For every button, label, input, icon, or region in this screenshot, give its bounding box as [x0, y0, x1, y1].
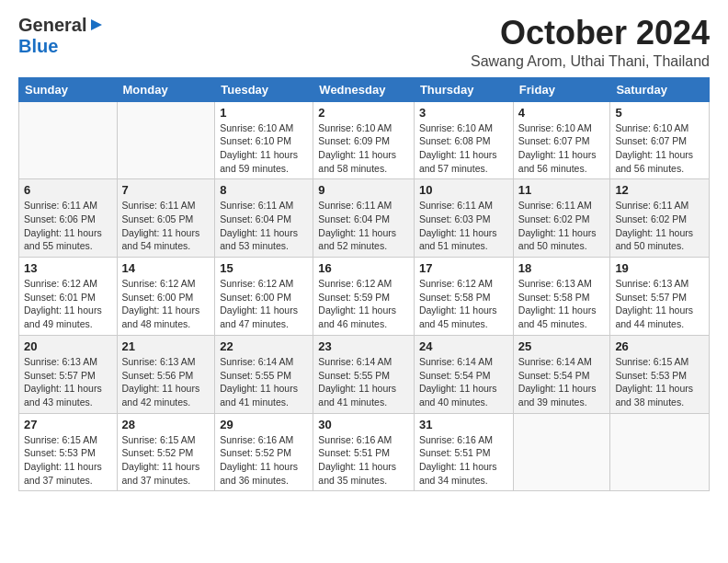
cell-content-line: Sunset: 6:04 PM [318, 213, 409, 226]
cell-content-line: Sunset: 6:00 PM [122, 291, 210, 304]
cell-content-line: Daylight: 11 hours and 37 minutes. [24, 460, 112, 487]
cell-content-line: Daylight: 11 hours and 50 minutes. [518, 226, 606, 253]
day-number: 23 [318, 339, 409, 353]
calendar-cell: 6Sunrise: 6:11 AMSunset: 6:06 PMDaylight… [19, 179, 118, 258]
day-number: 7 [122, 183, 210, 197]
calendar-cell: 19Sunrise: 6:13 AMSunset: 5:57 PMDayligh… [610, 258, 710, 336]
calendar-cell: 24Sunrise: 6:14 AMSunset: 5:54 PMDayligh… [414, 335, 513, 413]
cell-content-line: Sunset: 5:57 PM [615, 291, 704, 304]
calendar-cell: 11Sunrise: 6:11 AMSunset: 6:02 PMDayligh… [513, 179, 610, 258]
cell-content-line: Sunrise: 6:12 AM [318, 277, 409, 291]
calendar-cell: 9Sunrise: 6:11 AMSunset: 6:04 PMDaylight… [313, 179, 415, 258]
calendar-cell: 7Sunrise: 6:11 AMSunset: 6:05 PMDaylight… [117, 179, 215, 258]
calendar-cell: 29Sunrise: 6:16 AMSunset: 5:52 PMDayligh… [215, 413, 313, 491]
cell-content-line: Sunset: 5:55 PM [318, 369, 409, 383]
calendar-cell: 16Sunrise: 6:12 AMSunset: 5:59 PMDayligh… [313, 258, 415, 336]
cell-content-line: Sunrise: 6:11 AM [24, 199, 112, 213]
cell-content-line: Sunrise: 6:14 AM [318, 355, 409, 369]
day-number: 29 [220, 418, 308, 431]
cell-content-line: Daylight: 11 hours and 50 minutes. [615, 226, 704, 253]
day-number: 2 [318, 106, 409, 120]
calendar-cell: 5Sunrise: 6:10 AMSunset: 6:07 PMDaylight… [610, 101, 710, 179]
calendar-cell: 30Sunrise: 6:16 AMSunset: 5:51 PMDayligh… [313, 413, 415, 491]
cell-content-line: Daylight: 11 hours and 59 minutes. [220, 148, 308, 175]
day-number: 22 [220, 339, 308, 353]
cell-content-line: Daylight: 11 hours and 44 minutes. [615, 304, 704, 330]
cell-content-line: Sunrise: 6:16 AM [419, 433, 508, 447]
cell-content-line: Sunset: 6:04 PM [220, 213, 308, 226]
day-number: 25 [518, 339, 606, 353]
day-number: 15 [220, 261, 308, 275]
calendar-cell: 21Sunrise: 6:13 AMSunset: 5:56 PMDayligh… [117, 335, 215, 413]
location-subtitle: Sawang Arom, Uthai Thani, Thailand [471, 53, 710, 70]
cell-content-line: Daylight: 11 hours and 47 minutes. [220, 304, 308, 330]
calendar-cell: 27Sunrise: 6:15 AMSunset: 5:53 PMDayligh… [19, 413, 118, 491]
cell-content-line: Sunrise: 6:12 AM [419, 277, 508, 291]
cell-content-line: Sunset: 5:51 PM [419, 446, 508, 460]
cell-content-line: Sunrise: 6:15 AM [122, 433, 210, 447]
cell-content-line: Sunrise: 6:14 AM [419, 355, 508, 369]
cell-content-line: Sunset: 6:00 PM [220, 291, 308, 304]
logo: General Blue [18, 15, 104, 57]
calendar-cell [610, 413, 710, 491]
calendar-cell [513, 413, 610, 491]
cell-content-line: Sunset: 6:10 PM [220, 134, 308, 148]
cell-content-line: Sunrise: 6:10 AM [419, 121, 508, 135]
calendar-cell: 12Sunrise: 6:11 AMSunset: 6:02 PMDayligh… [610, 179, 710, 258]
day-number: 20 [24, 339, 112, 353]
cell-content-line: Daylight: 11 hours and 52 minutes. [318, 226, 409, 253]
cell-content-line: Sunset: 6:02 PM [518, 213, 606, 226]
day-number: 31 [419, 418, 508, 431]
calendar-cell: 31Sunrise: 6:16 AMSunset: 5:51 PMDayligh… [414, 413, 513, 491]
calendar-cell [117, 101, 215, 179]
page: General Blue October 2024 Sawang Arom, U… [0, 0, 728, 506]
cell-content-line: Daylight: 11 hours and 37 minutes. [122, 460, 210, 487]
day-number: 24 [419, 339, 508, 353]
cell-content-line: Sunrise: 6:10 AM [318, 121, 409, 135]
cell-content-line: Sunset: 5:58 PM [419, 291, 508, 304]
cell-content-line: Sunrise: 6:14 AM [518, 355, 606, 369]
weekday-header-wednesday: Wednesday [313, 77, 415, 101]
month-title: October 2024 [471, 15, 710, 52]
day-number: 17 [419, 261, 508, 275]
calendar-cell: 28Sunrise: 6:15 AMSunset: 5:52 PMDayligh… [117, 413, 215, 491]
weekday-header-tuesday: Tuesday [215, 77, 313, 101]
calendar-cell: 18Sunrise: 6:13 AMSunset: 5:58 PMDayligh… [513, 258, 610, 336]
cell-content-line: Sunset: 6:03 PM [419, 213, 508, 226]
cell-content-line: Daylight: 11 hours and 46 minutes. [318, 304, 409, 330]
cell-content-line: Sunrise: 6:12 AM [220, 277, 308, 291]
cell-content-line: Sunset: 5:57 PM [24, 369, 112, 383]
logo-triangle-icon [89, 17, 104, 36]
cell-content-line: Daylight: 11 hours and 53 minutes. [220, 226, 308, 253]
cell-content-line: Sunrise: 6:13 AM [24, 355, 112, 369]
week-row-2: 6Sunrise: 6:11 AMSunset: 6:06 PMDaylight… [19, 179, 710, 258]
cell-content-line: Daylight: 11 hours and 40 minutes. [419, 382, 508, 408]
calendar-cell: 17Sunrise: 6:12 AMSunset: 5:58 PMDayligh… [414, 258, 513, 336]
cell-content-line: Sunrise: 6:11 AM [122, 199, 210, 213]
day-number: 28 [122, 418, 210, 431]
day-number: 21 [122, 339, 210, 353]
day-number: 6 [24, 183, 112, 197]
cell-content-line: Sunrise: 6:10 AM [518, 121, 606, 135]
cell-content-line: Daylight: 11 hours and 55 minutes. [24, 226, 112, 253]
cell-content-line: Sunrise: 6:11 AM [518, 199, 606, 213]
calendar-cell: 10Sunrise: 6:11 AMSunset: 6:03 PMDayligh… [414, 179, 513, 258]
weekday-header-friday: Friday [513, 77, 610, 101]
cell-content-line: Sunset: 5:54 PM [518, 369, 606, 383]
weekday-header-saturday: Saturday [610, 77, 710, 101]
cell-content-line: Daylight: 11 hours and 43 minutes. [24, 382, 112, 408]
cell-content-line: Daylight: 11 hours and 35 minutes. [318, 460, 409, 487]
cell-content-line: Sunrise: 6:10 AM [220, 121, 308, 135]
cell-content-line: Sunset: 5:55 PM [220, 369, 308, 383]
cell-content-line: Sunset: 5:52 PM [220, 446, 308, 460]
cell-content-line: Sunset: 5:58 PM [518, 291, 606, 304]
calendar-cell: 14Sunrise: 6:12 AMSunset: 6:00 PMDayligh… [117, 258, 215, 336]
day-number: 12 [615, 183, 704, 197]
cell-content-line: Sunrise: 6:15 AM [24, 433, 112, 447]
cell-content-line: Daylight: 11 hours and 49 minutes. [24, 304, 112, 330]
cell-content-line: Sunrise: 6:15 AM [615, 355, 704, 369]
calendar-cell: 23Sunrise: 6:14 AMSunset: 5:55 PMDayligh… [313, 335, 415, 413]
cell-content-line: Sunset: 6:08 PM [419, 134, 508, 148]
calendar-cell: 13Sunrise: 6:12 AMSunset: 6:01 PMDayligh… [19, 258, 118, 336]
day-number: 11 [518, 183, 606, 197]
